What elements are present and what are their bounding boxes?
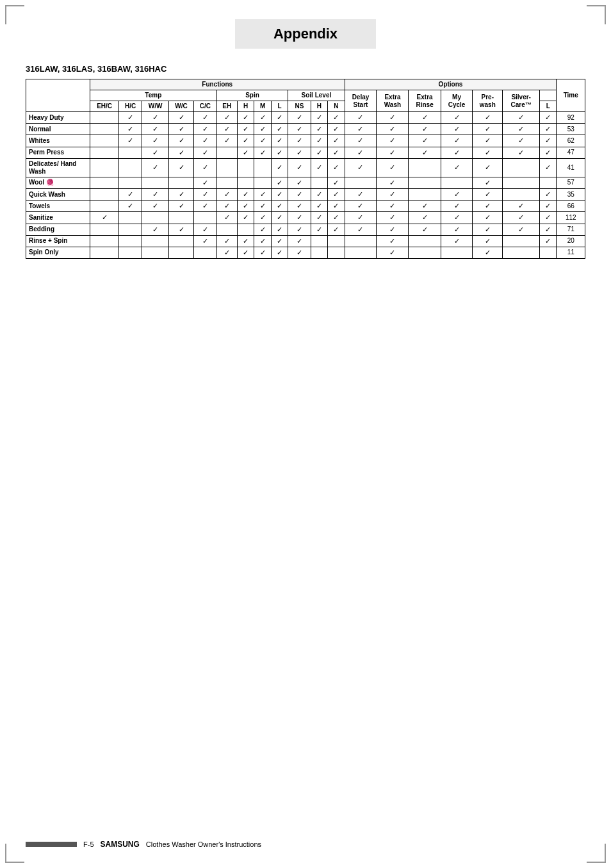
cell-h: ✓	[237, 201, 254, 212]
cell-mc: ✓	[473, 158, 503, 177]
cell-pw: ✓	[503, 212, 540, 224]
cell-l: ✓	[271, 212, 288, 224]
cell-sl	[345, 177, 377, 188]
cell-wc: ✓	[169, 124, 194, 135]
table-row: Towels✓✓✓✓✓✓✓✓✓✓✓✓✓✓✓✓✓✓66	[26, 201, 585, 212]
cell-er: ✓	[441, 224, 473, 235]
features-table: Functions Options Time Temp Spin Soil Le…	[26, 79, 585, 259]
cell-l: ✓	[271, 201, 288, 212]
cell-h: ✓	[237, 124, 254, 135]
row-label: Spin Only	[26, 247, 90, 258]
cell-sl: ✓	[345, 135, 377, 147]
cell-cc: ✓	[194, 135, 217, 147]
cell-sc: ✓	[540, 147, 557, 158]
cell-hc: ✓	[119, 112, 142, 124]
cell-er: ✓	[441, 112, 473, 124]
cell-mc: ✓	[473, 224, 503, 235]
row-label: Heavy Duty	[26, 112, 90, 124]
cell-wc: ✓	[169, 201, 194, 212]
table-row: Delicates/ Hand Wash✓✓✓✓✓✓✓✓✓✓✓✓41	[26, 158, 585, 177]
cell-ww: ✓	[142, 224, 169, 235]
row-label: Bedding	[26, 224, 90, 235]
cell-sc: ✓	[540, 224, 557, 235]
cell-sh: ✓	[311, 201, 327, 212]
col-m: M	[254, 101, 271, 112]
cell-wc: ✓	[169, 224, 194, 235]
cell-time: 53	[557, 124, 585, 135]
cell-ew: ✓	[409, 212, 441, 224]
cell-sn: ✓	[328, 124, 345, 135]
silver-care-header: Silver-Care™	[503, 90, 540, 112]
cell-m: ✓	[254, 188, 271, 200]
cell-time: 71	[557, 224, 585, 235]
cell-m: ✓	[254, 212, 271, 224]
cell-mc: ✓	[473, 188, 503, 200]
table-row: Bedding✓✓✓✓✓✓✓✓✓✓✓✓✓✓✓71	[26, 224, 585, 235]
cell-hc	[119, 212, 142, 224]
cell-l: ✓	[271, 188, 288, 200]
row-label: Sanitize	[26, 212, 90, 224]
cell-time: 112	[557, 212, 585, 224]
cell-m	[254, 158, 271, 177]
cell-ds: ✓	[377, 212, 409, 224]
cell-m: ✓	[254, 224, 271, 235]
cell-ds: ✓	[377, 124, 409, 135]
cell-hc: ✓	[119, 124, 142, 135]
cell-sh	[311, 177, 327, 188]
cell-sl: ✓	[345, 224, 377, 235]
cell-wc	[169, 212, 194, 224]
cell-mc: ✓	[473, 247, 503, 258]
col-l-spin: L	[271, 101, 288, 112]
extra-rinse-header: ExtraRinse	[409, 90, 441, 112]
header-section: Appendix	[26, 19, 585, 49]
cell-pw	[503, 177, 540, 188]
cell-cc: ✓	[194, 177, 217, 188]
cell-cc: ✓	[194, 188, 217, 200]
cell-wc: ✓	[169, 188, 194, 200]
cell-sh	[311, 235, 327, 247]
cell-m	[254, 177, 271, 188]
row-label: Rinse + Spin	[26, 235, 90, 247]
cell-h	[237, 177, 254, 188]
cell-sh: ✓	[311, 212, 327, 224]
cell-sl: ✓	[345, 112, 377, 124]
cell-sn: ✓	[328, 158, 345, 177]
cell-wc: ✓	[169, 112, 194, 124]
cell-ew: ✓	[409, 147, 441, 158]
cell-h: ✓	[237, 188, 254, 200]
cell-eh	[216, 147, 237, 158]
footer-subtitle: Clothes Washer Owner's Instructions	[146, 840, 261, 848]
cell-sh: ✓	[311, 147, 327, 158]
cell-pw	[503, 188, 540, 200]
cell-wc	[169, 235, 194, 247]
table-row: Heavy Duty✓✓✓✓✓✓✓✓✓✓✓✓✓✓✓✓✓✓92	[26, 112, 585, 124]
cell-cc: ✓	[194, 235, 217, 247]
cell-sh: ✓	[311, 112, 327, 124]
cell-ehc	[90, 147, 118, 158]
col-cc: C/C	[194, 101, 217, 112]
cell-ehc	[90, 135, 118, 147]
cell-hc	[119, 177, 142, 188]
cell-pw	[503, 247, 540, 258]
cell-hc	[119, 158, 142, 177]
cell-ehc	[90, 188, 118, 200]
cell-sl: ✓	[345, 212, 377, 224]
table-row: Wool 🧶✓✓✓✓✓✓57	[26, 177, 585, 188]
cell-eh	[216, 224, 237, 235]
cell-ehc	[90, 177, 118, 188]
cell-h: ✓	[237, 135, 254, 147]
cell-sh: ✓	[311, 158, 327, 177]
cell-pw: ✓	[503, 124, 540, 135]
footer-page: F-5	[83, 840, 94, 848]
cell-sn: ✓	[328, 224, 345, 235]
cell-cc	[194, 247, 217, 258]
cell-mc: ✓	[473, 212, 503, 224]
col-sn: N	[328, 101, 345, 112]
cell-ds: ✓	[377, 112, 409, 124]
cell-wc	[169, 247, 194, 258]
cell-m: ✓	[254, 135, 271, 147]
cell-sh: ✓	[311, 224, 327, 235]
cell-h: ✓	[237, 235, 254, 247]
cell-cc: ✓	[194, 224, 217, 235]
cell-l: ✓	[271, 124, 288, 135]
